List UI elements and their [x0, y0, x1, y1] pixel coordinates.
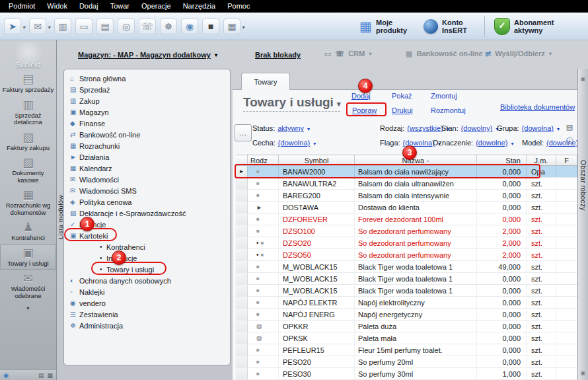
column-header-rodz[interactable]: Rodz [248, 155, 279, 165]
table-row[interactable]: ■ M_WOBLACK15 Black Tiger woda toaletowa… [236, 285, 577, 297]
bankowosc-menu[interactable]: Bankowość on-line [406, 50, 490, 58]
toolbar-button[interactable]: ◎ [118, 19, 135, 34]
filter-control[interactable]: Stan:(dowolny) [441, 124, 498, 132]
toolbar-button[interactable]: ☏ [139, 19, 156, 34]
moje-produkty-button[interactable]: Moje produkty [359, 19, 409, 34]
table-row[interactable]: ► DOSTAWA Dostawa do klienta 0,000 szt. [236, 202, 577, 213]
module-button[interactable]: ▧ Faktury zakupu [0, 129, 56, 155]
nav-item[interactable]: • Kontrahenci [64, 241, 230, 252]
column-header-f[interactable]: F [556, 155, 577, 165]
module-button[interactable]: ▨ Dokumenty kasowe [0, 154, 56, 186]
toolbar-button[interactable]: ✉ [29, 19, 50, 34]
toolbar-button[interactable]: ➤ [4, 19, 25, 34]
filter-control[interactable]: Rodzaj:(wszystkie) [380, 124, 449, 132]
rozmontuj-link[interactable]: Rozmontuj [431, 106, 466, 114]
filter-control[interactable]: Cecha:(dowolna) [252, 139, 316, 147]
menu-item[interactable]: Narzędzia [177, 0, 222, 13]
nav-item[interactable]: ▧ Deklaracje i e-Sprawozdawczość [64, 208, 230, 219]
messages-shortcut-icon[interactable] [38, 372, 44, 379]
nav-item[interactable]: ☸ Administracja [64, 320, 230, 331]
table-row[interactable]: ■ PEFLEUR15 Fleur 15ml perfumy toalet. 0… [236, 344, 577, 356]
column-header-nazwa[interactable]: Nazwa [355, 155, 477, 165]
table-row[interactable]: ■ BAREG200 Balsam do ciała intensywnie 0… [236, 190, 577, 202]
nav-item[interactable]: ◈ Polityka cenowa [64, 196, 230, 208]
nav-item[interactable]: ► Działania [64, 151, 230, 163]
table-row[interactable]: ■ M_WOBLACK15 Black Tiger woda toaletowa… [236, 261, 577, 273]
popraw-link[interactable]: Popraw [352, 106, 377, 114]
module-button[interactable]: ▥ Sprzedaż detaliczna [0, 96, 56, 129]
module-rail-more-button[interactable] [0, 302, 56, 311]
obszar-roboczy-tab[interactable]: Obszar roboczy [577, 69, 588, 380]
nav-item[interactable]: ◆ Finanse [64, 118, 230, 129]
table-row[interactable]: ■ DZSO20 So dezodorant perfumowany 2,000… [236, 237, 577, 249]
nav-item[interactable]: ◐ Ochrona danych osobowych [64, 275, 230, 286]
module-button[interactable]: ▣ Towary i usługi [0, 245, 56, 270]
konto-insert-button[interactable]: Konto InsERT [423, 19, 475, 34]
table-row[interactable]: ■ NAPÓJ ENERG Napój energetyczny 0,000 s… [236, 309, 577, 321]
nav-item[interactable]: ◉ vendero [64, 297, 230, 309]
nav-item[interactable]: ▦ Rozrachunki [64, 140, 230, 151]
biblioteka-dokumentow-link[interactable]: Biblioteka dokumentów [500, 103, 575, 111]
monitor-shortcut-icon[interactable] [47, 372, 53, 379]
table-row[interactable]: ■ BANAWULTRA2 Balsam do ciała ultranawil… [236, 178, 577, 190]
nav-item[interactable]: ⌂ Strona główna [64, 73, 230, 84]
toolbar-button[interactable]: ◉ [181, 19, 198, 34]
nav-item[interactable]: ▦ Kalendarz [64, 163, 230, 174]
menu-item[interactable]: Dodaj [73, 0, 104, 13]
column-header-symbol[interactable]: Symbol [279, 155, 355, 165]
toolbar-button[interactable]: ▭ [75, 19, 92, 34]
tab-towary[interactable]: Towary [241, 73, 290, 90]
toolbar-button[interactable]: ▦ [223, 19, 244, 34]
menu-item[interactable]: Pomoc [221, 0, 256, 13]
module-button[interactable]: ▤ Faktury sprzedaży [0, 71, 56, 96]
zmontuj-link[interactable]: Zmontuj [431, 92, 457, 100]
crm-menu[interactable]: CRM [324, 50, 371, 58]
status-sphere-icon[interactable] [3, 372, 9, 379]
table-row[interactable]: ■ DZSO50 So dezodorant perfumowany 2,000… [236, 249, 577, 261]
page-title[interactable]: Towary i usługi [243, 95, 340, 112]
module-button[interactable]: ✉ Wiadomości odebrane [0, 270, 56, 302]
filter-control[interactable]: Oznaczenie:(dowolne) [433, 139, 514, 147]
info-icon[interactable] [563, 136, 576, 146]
filter-control[interactable]: Flaga:(dowolna) [380, 139, 441, 147]
menu-item[interactable]: Widok [41, 0, 73, 13]
magazyn-selector[interactable]: Magazyn: - MAP - Magazyn dodatkowy [78, 51, 217, 59]
list-view-icon[interactable] [563, 123, 576, 132]
table-row[interactable]: ■ PESO30 So perfumy 30ml 1,000 szt. [236, 368, 577, 380]
dodaj-link[interactable]: Dodaj [351, 92, 371, 100]
nav-item[interactable]: ▤ Sprzedaż [64, 84, 230, 95]
lista-modulow-tab[interactable]: Lista modułów [56, 189, 64, 246]
nav-item[interactable]: • Instytucje [64, 252, 230, 264]
table-row[interactable]: ■ DZFOREVER Forever dezodorant 100ml 0,0… [236, 213, 577, 225]
drukuj-link[interactable]: Drukuj [392, 106, 413, 114]
wyslij-odbierz-menu[interactable]: Wyślij/Odbierz [485, 50, 552, 58]
filter-control[interactable]: Status:aktywny [252, 124, 310, 132]
brak-blokady-link[interactable]: Brak blokady [255, 51, 301, 59]
menu-item[interactable]: Operacje [135, 0, 177, 13]
nav-item[interactable]: ⇄ Bankowość on-line [64, 129, 230, 140]
toolbar-button[interactable]: ☸ [160, 19, 177, 34]
toolbar-button[interactable]: ■ [202, 19, 219, 34]
nav-item[interactable]: ✉ Wiadomości SMS [64, 185, 230, 196]
module-button[interactable]: ▦ Rozrachunki wg dokumentów [0, 186, 56, 219]
pokaz-link[interactable]: Pokaż [392, 92, 412, 100]
nav-item[interactable]: ▫ Naklejki [64, 286, 230, 297]
table-row[interactable]: ■ BANAW2000 Balsam do ciała nawilżający … [236, 166, 577, 178]
toolbar-button[interactable]: ▤ [96, 19, 114, 34]
nav-item[interactable]: • Towary i usługi [64, 264, 230, 275]
table-row[interactable]: ■ M_WOBLACK15 Black Tiger woda toaletowa… [236, 273, 577, 285]
nav-item[interactable]: ▥ Zakup [64, 95, 230, 106]
nav-item[interactable]: ☰ Zestawienia [64, 309, 230, 320]
table-row[interactable]: ■ NAPÓJ ELEKTR Napój elektrolityczny 0,0… [236, 297, 577, 309]
table-row[interactable]: ■ PESO20 So perfumy 20ml 0,000 szt. [236, 356, 577, 368]
nav-item[interactable]: ✓ Licencje [64, 219, 230, 230]
abonament-status[interactable]: Abonament aktywny [494, 18, 581, 35]
nav-item[interactable]: ▣ Kartoteki [64, 230, 230, 241]
module-button[interactable]: ♟ Kontrahenci [0, 219, 56, 245]
table-row[interactable]: ■ DZSO100 So dezodorant perfumowany 2,00… [236, 225, 577, 237]
menu-item[interactable]: Podmiot [3, 0, 41, 13]
column-header-jm[interactable]: J.m. [527, 155, 556, 165]
filter-control[interactable]: Grupa:(dowolna) [497, 124, 560, 132]
table-row[interactable]: ◍ OPKSK Paleta mała 0,000 szt. [236, 332, 577, 344]
column-header-stan[interactable]: Stan [477, 155, 527, 165]
